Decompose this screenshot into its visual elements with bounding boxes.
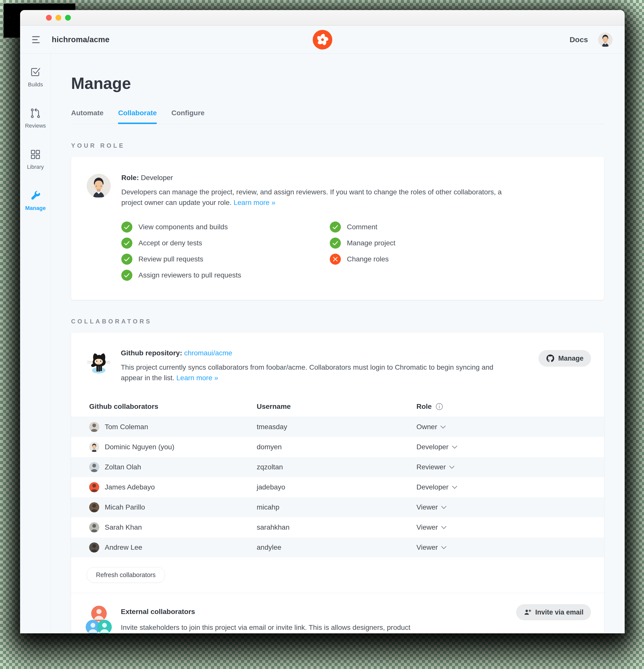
permission-item: Assign reviewers to pull requests — [121, 267, 330, 283]
screenshot-canvas: hichroma/acme Docs — [0, 0, 644, 669]
sidebar-item-label: Library — [27, 164, 44, 170]
external-collaborators-section: External collaborators Invite stakeholde… — [71, 593, 604, 634]
reviews-icon — [30, 108, 41, 119]
role-line: Role: Developer — [121, 174, 513, 182]
your-role-card: Role: Developer Developers can manage th… — [71, 157, 604, 300]
close-window-button[interactable] — [46, 15, 52, 20]
refresh-collaborators-button[interactable]: Refresh collaborators — [87, 567, 165, 583]
sidebar-item-label: Builds — [28, 81, 43, 88]
table-row: Tom Coleman tmeasday Owner — [71, 417, 604, 437]
avatar — [89, 422, 99, 432]
collaborators-card: Github repository: chromaui/acme This pr… — [71, 332, 604, 634]
permission-item: Comment — [330, 219, 513, 235]
collaborators-section-label: COLLABORATORS — [71, 318, 604, 325]
column-header: Username — [257, 402, 417, 411]
tab-configure[interactable]: Configure — [171, 109, 205, 124]
role-info-icon[interactable] — [435, 402, 443, 411]
sidebar-item-manage[interactable]: Manage — [25, 190, 46, 211]
invite-via-email-button[interactable]: Invite via email — [516, 604, 591, 620]
manage-wrench-icon — [30, 190, 41, 201]
github-manage-button[interactable]: Manage — [538, 350, 591, 367]
sidebar-item-library[interactable]: Library — [27, 149, 44, 170]
external-collaborators-title: External collaborators — [121, 608, 410, 616]
avatar — [89, 542, 99, 553]
check-circle-icon — [121, 270, 132, 281]
sidebar-item-label: Reviews — [25, 123, 46, 129]
table-row: Dominic Nguyen (you) domyen Developer — [71, 437, 604, 457]
collaborators-table-header: Github collaborators Username Role — [71, 396, 604, 417]
sidebar-item-builds[interactable]: Builds — [28, 66, 43, 88]
repo-label: Github repository: — [121, 349, 182, 357]
check-circle-icon — [121, 238, 132, 248]
table-row: Micah Parillo micahp Viewer — [71, 497, 604, 517]
manage-tabs: Automate Collaborate Configure — [71, 109, 604, 124]
check-circle-icon — [330, 222, 341, 232]
role-dropdown[interactable]: Viewer — [417, 503, 604, 511]
collaborator-name: Zoltan Olah — [105, 463, 141, 471]
main-content: Manage Automate Collaborate Configure YO… — [51, 54, 625, 634]
avatar — [89, 442, 99, 452]
chevron-down-icon — [449, 465, 455, 469]
user-avatar[interactable] — [598, 32, 613, 47]
repo-learn-more-link[interactable]: Learn more » — [176, 374, 218, 382]
role-dropdown[interactable]: Reviewer — [417, 463, 604, 471]
role-learn-more-link[interactable]: Learn more » — [234, 199, 276, 207]
table-row: James Adebayo jadebayo Developer — [71, 477, 604, 497]
external-collaborators-description: Invite stakeholders to join this project… — [121, 622, 410, 633]
docs-link[interactable]: Docs — [570, 35, 588, 44]
sidebar: Builds Reviews Library — [20, 54, 51, 634]
avatar — [89, 482, 99, 492]
sidebar-item-reviews[interactable]: Reviews — [25, 108, 46, 129]
sidebar-toggle-icon[interactable] — [32, 36, 41, 43]
x-circle-icon — [330, 254, 341, 265]
tab-automate[interactable]: Automate — [71, 109, 103, 124]
app-window: hichroma/acme Docs — [20, 10, 625, 634]
collaborator-name: Dominic Nguyen (you) — [105, 443, 174, 451]
minimize-window-button[interactable] — [56, 15, 61, 20]
permissions-grid: View components and builds Accept or den… — [121, 219, 513, 283]
collaborator-name: Micah Parillo — [105, 503, 145, 511]
avatar — [89, 502, 99, 512]
permission-item: View components and builds — [121, 219, 330, 235]
repo-description: This project currently syncs collaborato… — [121, 362, 499, 383]
column-header: Github collaborators — [89, 402, 257, 411]
column-header: Role — [417, 402, 604, 411]
collaborator-name: Tom Coleman — [105, 423, 148, 431]
role-dropdown[interactable]: Viewer — [417, 523, 604, 531]
current-user-avatar — [87, 174, 111, 198]
check-circle-icon — [330, 238, 341, 248]
role-dropdown[interactable]: Developer — [417, 443, 604, 451]
repo-link[interactable]: chromaui/acme — [184, 349, 232, 357]
github-repo-row: Github repository: chromaui/acme This pr… — [71, 332, 604, 396]
library-icon — [30, 149, 41, 160]
avatar — [89, 462, 99, 472]
collaborators-table-body: Tom Coleman tmeasday Owner Dominic Nguye… — [71, 417, 604, 557]
permission-item: Accept or deny tests — [121, 235, 330, 251]
role-description: Developers can manage the project, revie… — [121, 187, 513, 208]
tab-collaborate[interactable]: Collaborate — [118, 109, 157, 124]
role-dropdown[interactable]: Owner — [417, 423, 604, 431]
table-row: Andrew Lee andylee Viewer — [71, 537, 604, 557]
role-dropdown[interactable]: Developer — [417, 483, 604, 491]
table-row: Sarah Khan sarahkhan Viewer — [71, 517, 604, 537]
permission-item: Review pull requests — [121, 251, 330, 267]
octocat-illustration — [87, 349, 111, 374]
role-dropdown[interactable]: Viewer — [417, 543, 604, 552]
collaborator-username: tmeasday — [257, 423, 417, 431]
collaborator-username: sarahkhan — [257, 523, 417, 531]
zoom-window-button[interactable] — [65, 15, 71, 20]
your-role-section-label: YOUR ROLE — [71, 142, 604, 149]
check-circle-icon — [121, 222, 132, 232]
project-title[interactable]: hichroma/acme — [52, 35, 110, 44]
app-header: hichroma/acme Docs — [20, 26, 625, 54]
collaborator-username: domyen — [257, 443, 417, 451]
collaborator-name: James Adebayo — [105, 483, 155, 491]
permission-item: Manage project — [330, 235, 513, 251]
table-row: Zoltan Olah zqzoltan Reviewer — [71, 457, 604, 477]
chevron-down-icon — [452, 485, 458, 489]
github-icon — [546, 354, 555, 362]
check-circle-icon — [121, 254, 132, 265]
chromatic-logo-icon[interactable] — [313, 30, 332, 49]
builds-icon — [30, 66, 41, 78]
collaborator-name: Sarah Khan — [105, 523, 142, 531]
